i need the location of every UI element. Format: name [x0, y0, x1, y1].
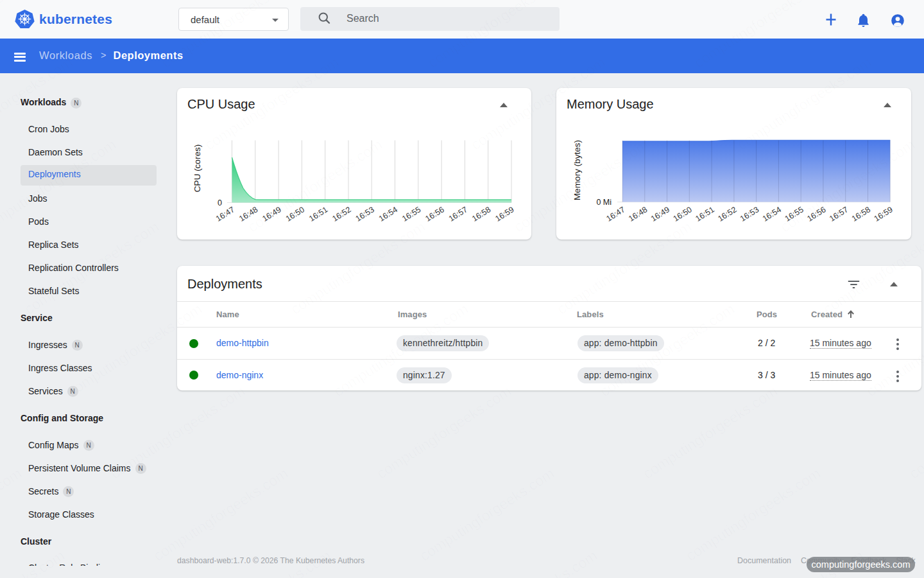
svg-text:0 Mi: 0 Mi: [596, 198, 612, 207]
svg-text:16:51: 16:51: [694, 205, 716, 223]
svg-text:16:57: 16:57: [447, 205, 469, 223]
svg-text:CPU (cores): CPU (cores): [193, 144, 202, 192]
svg-text:16:53: 16:53: [354, 205, 376, 223]
svg-text:0: 0: [218, 198, 222, 207]
svg-text:16:49: 16:49: [649, 205, 671, 223]
svg-text:16:52: 16:52: [330, 205, 352, 223]
svg-text:16:51: 16:51: [307, 205, 329, 223]
svg-text:16:50: 16:50: [672, 205, 694, 223]
svg-text:16:54: 16:54: [761, 205, 783, 223]
svg-text:16:57: 16:57: [828, 205, 850, 223]
svg-text:16:54: 16:54: [377, 205, 399, 223]
svg-text:16:55: 16:55: [400, 205, 422, 223]
svg-text:16:52: 16:52: [716, 205, 738, 223]
svg-text:16:47: 16:47: [604, 205, 626, 223]
svg-text:16:58: 16:58: [470, 205, 492, 223]
svg-text:16:47: 16:47: [214, 205, 236, 223]
svg-text:16:49: 16:49: [261, 205, 283, 223]
svg-text:Memory (bytes): Memory (bytes): [572, 140, 582, 200]
svg-text:16:50: 16:50: [284, 205, 306, 223]
svg-text:16:53: 16:53: [739, 205, 760, 223]
svg-text:16:59: 16:59: [873, 205, 894, 223]
svg-text:16:55: 16:55: [783, 205, 805, 223]
svg-text:16:48: 16:48: [237, 205, 259, 223]
svg-text:16:59: 16:59: [493, 205, 515, 223]
svg-text:16:48: 16:48: [627, 205, 649, 223]
svg-text:16:56: 16:56: [424, 205, 446, 223]
svg-text:16:56: 16:56: [805, 205, 827, 223]
svg-text:16:58: 16:58: [850, 205, 872, 223]
